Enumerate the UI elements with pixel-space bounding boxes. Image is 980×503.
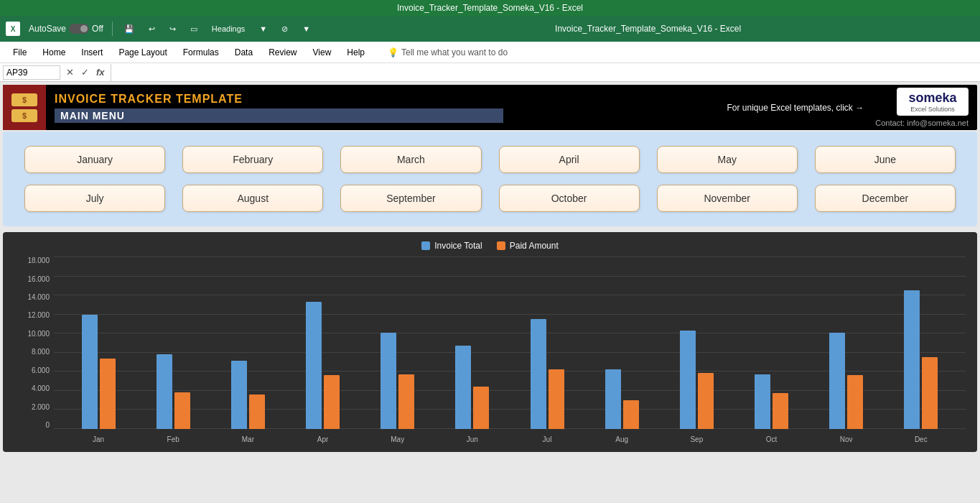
bar-paid-1 <box>174 392 190 429</box>
x-label-1: Feb <box>157 435 190 443</box>
cancel-formula-button[interactable]: ✕ <box>63 67 77 78</box>
autosave-state: Off <box>92 24 103 34</box>
menu-review[interactable]: Review <box>261 45 304 60</box>
bar-group-11 <box>904 290 938 429</box>
invoice-icon: $ $ <box>9 92 40 124</box>
legend-invoice-total: Invoice Total <box>421 241 482 251</box>
menu-insert[interactable]: Insert <box>74 45 110 60</box>
save-button[interactable]: 💾 <box>121 23 137 35</box>
confirm-formula-button[interactable]: ✓ <box>78 67 92 78</box>
excel-icon: X <box>6 22 20 36</box>
bar-paid-5 <box>473 387 489 429</box>
form-control-icon: ▭ <box>187 23 200 35</box>
header-banner: $ $ INVOICE TRACKER TEMPLATE MAIN MENU F… <box>3 85 977 130</box>
redo-button[interactable]: ↪ <box>167 23 179 35</box>
chart-legend: Invoice Total Paid Amount <box>14 241 966 251</box>
legend-invoice-label: Invoice Total <box>434 241 482 251</box>
month-grid-container: January February March April May June Ju… <box>3 131 977 226</box>
month-button-february[interactable]: February <box>182 146 323 173</box>
filter-icon[interactable]: ▼ <box>256 23 270 34</box>
banner-title-area: INVOICE TRACKER TEMPLATE MAIN MENU <box>46 85 512 130</box>
cell-reference[interactable]: AP39 <box>3 65 60 80</box>
menu-data[interactable]: Data <box>228 45 260 60</box>
autosave-control[interactable]: AutoSave Off <box>29 24 103 34</box>
month-button-june[interactable]: June <box>815 146 956 173</box>
y-label-1: 2.000 <box>14 403 54 411</box>
month-button-august[interactable]: August <box>182 185 323 212</box>
clear-filter-icon[interactable]: ⊘ <box>279 23 291 35</box>
banner-contact: Contact: info@someka.net <box>875 119 969 127</box>
legend-invoice-dot <box>421 241 430 250</box>
bar-paid-7 <box>623 400 639 429</box>
x-label-4: May <box>381 435 414 443</box>
tell-me-area[interactable]: 💡 Tell me what you want to do <box>388 47 508 57</box>
bar-invoice-11 <box>904 290 920 429</box>
y-label-0: 0 <box>14 421 54 429</box>
y-label-9: 18.000 <box>14 257 54 264</box>
y-label-2: 4.000 <box>14 384 54 392</box>
workbook-title: Invoice_Tracker_Template_Someka_V16 - Ex… <box>397 3 583 13</box>
banner-right: For unique Excel templates, click → some… <box>512 85 978 130</box>
menu-home[interactable]: Home <box>35 45 73 60</box>
month-button-september[interactable]: September <box>340 185 481 212</box>
bar-group-2 <box>231 361 265 429</box>
bar-invoice-10 <box>829 333 845 429</box>
insert-function-button[interactable]: fx <box>93 67 108 78</box>
x-label-2: Mar <box>231 435 265 443</box>
bar-invoice-6 <box>531 319 546 429</box>
month-button-november[interactable]: November <box>657 185 798 212</box>
month-button-december[interactable]: December <box>815 185 956 212</box>
x-label-5: Jun <box>455 435 489 443</box>
coin-icon-top: $ <box>11 93 37 106</box>
someka-brand-text: someka <box>908 91 956 106</box>
x-label-6: Jul <box>531 435 564 443</box>
bar-paid-2 <box>249 394 265 429</box>
legend-paid-label: Paid Amount <box>510 241 559 251</box>
x-label-11: Dec <box>904 435 938 443</box>
menu-formulas[interactable]: Formulas <box>176 45 226 60</box>
coin-icon-bottom: $ <box>11 109 37 122</box>
chart-container: Invoice Total Paid Amount 02.0004.0006.0… <box>3 232 977 452</box>
x-label-7: Aug <box>605 435 639 443</box>
bar-paid-9 <box>773 393 788 429</box>
formula-input[interactable] <box>111 64 977 81</box>
bar-group-8 <box>680 331 714 429</box>
month-button-march[interactable]: March <box>340 146 481 173</box>
x-label-8: Sep <box>680 435 714 443</box>
bar-invoice-5 <box>455 346 471 429</box>
month-button-april[interactable]: April <box>499 146 640 173</box>
more-icon[interactable]: ▼ <box>299 23 313 34</box>
y-axis: 02.0004.0006.0008.00010.00012.00014.0001… <box>14 257 54 443</box>
bar-paid-8 <box>698 373 714 429</box>
menu-file[interactable]: File <box>6 45 34 60</box>
main-content: $ $ INVOICE TRACKER TEMPLATE MAIN MENU F… <box>0 82 980 503</box>
window-title: Invoice_Tracker_Template_Someka_V16 - Ex… <box>322 24 974 34</box>
x-labels: JanFebMarAprMayJunJulAugSepOctNovDec <box>54 435 966 443</box>
autosave-label: AutoSave <box>29 24 66 34</box>
month-button-may[interactable]: May <box>657 146 798 173</box>
menu-view[interactable]: View <box>306 45 339 60</box>
bar-group-10 <box>829 333 863 429</box>
bars-area: JanFebMarAprMayJunJulAugSepOctNovDec <box>54 257 966 443</box>
menu-help[interactable]: Help <box>340 45 372 60</box>
month-button-october[interactable]: October <box>499 185 640 212</box>
menu-page-layout[interactable]: Page Layout <box>111 45 174 60</box>
legend-paid-dot <box>497 241 505 250</box>
bar-invoice-7 <box>605 369 621 429</box>
someka-brand-sub: Excel Solutions <box>910 106 955 113</box>
bar-group-5 <box>455 346 489 429</box>
someka-logo: someka Excel Solutions <box>897 88 969 116</box>
banner-main-title: INVOICE TRACKER TEMPLATE <box>55 93 503 106</box>
ribbon: X AutoSave Off 💾 ↩ ↪ ▭ Headings ▼ ⊘ ▼ In… <box>0 16 980 42</box>
month-button-july[interactable]: July <box>24 185 165 212</box>
y-label-8: 16.000 <box>14 275 54 283</box>
banner-sub-title: MAIN MENU <box>55 109 503 123</box>
headings-label[interactable]: Headings <box>209 23 248 34</box>
legend-paid-amount: Paid Amount <box>497 241 559 251</box>
tell-me-text: Tell me what you want to do <box>401 47 508 57</box>
autosave-toggle[interactable] <box>69 24 89 34</box>
month-button-january[interactable]: January <box>24 146 165 173</box>
banner-cta[interactable]: For unique Excel templates, click → <box>727 103 864 113</box>
x-label-0: Jan <box>82 435 116 443</box>
undo-button[interactable]: ↩ <box>146 23 158 35</box>
